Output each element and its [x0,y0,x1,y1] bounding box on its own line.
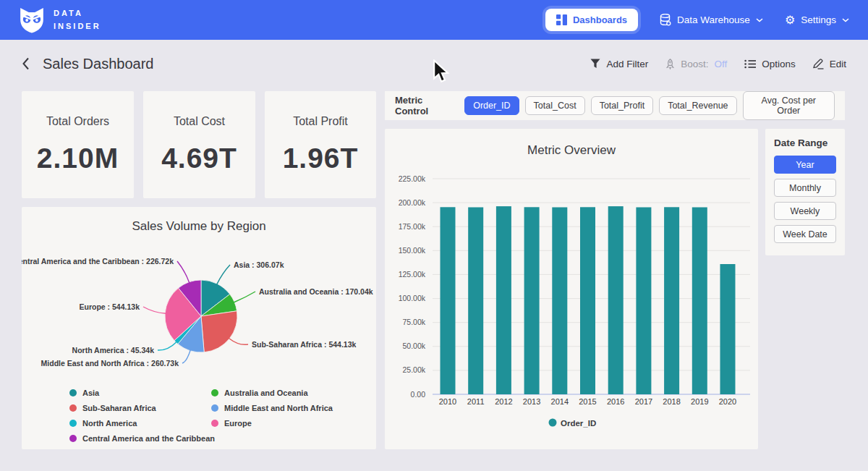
metric-chip-total-revenue[interactable]: Total_Revenue [659,96,736,115]
bar-2016[interactable] [608,206,624,394]
grid-layout-icon [556,14,567,25]
add-filter-button[interactable]: Add Filter [590,59,648,69]
bar-2018[interactable] [664,207,679,394]
legend-item[interactable]: Central America and the Caribbean [69,430,194,446]
legend-dot [69,435,77,442]
pie-leader-line [158,341,176,350]
date-range-weekly-button[interactable]: Weekly [774,202,836,220]
legend-label: Sub-Saharan Africa [82,404,156,412]
date-range-panel: Date Range Year Monthly Weekly Week Date [765,129,845,255]
kpi-card-total-cost: Total Cost 4.69T [143,91,255,198]
pie-leader-line [234,292,255,302]
add-filter-label: Add Filter [606,59,648,69]
kpi-value: 4.69T [161,143,237,174]
metric-chip-total-cost[interactable]: Total_Cost [525,96,585,115]
metric-chip-avg-cost-per-order[interactable]: Avg. Cost per Order [743,91,835,120]
pie-slice-label: Central America and the Caribbean : 226.… [22,257,174,266]
boost-toggle[interactable]: Boost: Off [665,59,727,69]
data-warehouse-menu[interactable]: Data Warehouse [660,14,763,26]
dashboards-button[interactable]: Dashboards [545,9,638,31]
legend-dot [69,389,77,396]
chevron-down-icon [756,18,763,22]
chevron-left-icon [22,57,30,70]
legend-label: Middle East and North Africa [224,404,333,412]
metric-chip-total-profit[interactable]: Total_Profit [591,96,654,115]
y-tick-label: 100.00k [399,294,426,302]
bar-2019[interactable] [692,208,707,395]
legend-item[interactable]: Asia [69,385,194,400]
x-tick-label: 2018 [663,397,680,406]
pie-chart-title: Sales Volume by Region [22,207,376,234]
x-tick-label: 2014 [551,397,569,406]
bar-chart-title: Metric Overview [385,129,758,158]
legend-item[interactable]: Australia and Oceania [211,385,333,400]
bar-2017[interactable] [636,208,651,395]
owl-logo-icon [19,7,45,34]
x-tick-label: 2015 [579,397,596,406]
pie-slice-label: Sub-Saharan Africa : 544.13k [252,340,356,349]
date-range-monthly-button[interactable]: Monthly [774,179,836,197]
bar-chart: 0.0025.00k50.00k75.00k100.00k125.00k150.… [385,158,758,440]
bar-2014[interactable] [552,208,567,395]
pie-leader-line [143,307,166,313]
pie-slice-label: North America : 45.34k [72,346,155,355]
pie-legend: AsiaSub-Saharan AfricaNorth AmericaCentr… [69,385,333,446]
pie-slice-label: Middle East and North Africa : 260.73k [41,359,179,368]
legend-dot [211,389,218,396]
legend-item[interactable]: Middle East and North Africa [211,400,333,415]
settings-label: Settings [801,14,836,25]
bar-2012[interactable] [496,206,511,394]
x-tick-label: 2010 [439,397,456,406]
dashboards-label: Dashboards [573,14,627,25]
pie-chart: Asia : 306.07kAustralia and Oceania : 17… [22,240,376,385]
pie-slice[interactable] [201,311,237,352]
legend-label: North America [82,419,137,428]
date-range-label: Date Range [774,137,836,148]
y-tick-label: 25.00k [402,365,425,374]
y-tick-label: 125.00k [399,270,426,279]
bar-2010[interactable] [441,207,456,394]
legend-dot [211,420,218,427]
date-range-week-date-button[interactable]: Week Date [774,225,836,243]
bar-2013[interactable] [524,207,540,394]
database-search-icon [660,14,671,26]
brand-name: DATA INSIDER [54,7,101,32]
back-button[interactable] [22,57,30,70]
data-warehouse-label: Data Warehouse [677,14,750,25]
legend-item[interactable]: North America [69,415,194,430]
legend-label: Asia [82,389,99,397]
y-tick-label: 75.00k [402,318,425,326]
bar-2015[interactable] [580,207,595,394]
y-tick-label: 175.00k [399,222,426,231]
bar-2011[interactable] [468,208,483,395]
x-tick-label: 2012 [495,397,512,406]
settings-menu[interactable]: ⚙ Settings [785,14,849,26]
date-range-year-button[interactable]: Year [774,156,836,174]
edit-button[interactable]: Edit [813,59,846,69]
pie-slice-label: Europe : 544.13k [80,302,140,311]
kpi-card-total-orders: Total Orders 2.10M [22,91,134,198]
edit-label: Edit [830,59,846,69]
metric-chip-order-id[interactable]: Order_ID [464,96,519,115]
legend-item[interactable]: Sub-Saharan Africa [69,400,194,415]
brand-logo[interactable]: DATA INSIDER [19,7,101,34]
legend-item[interactable]: Europe [211,415,333,430]
gear-icon: ⚙ [785,14,795,26]
chevron-down-icon [842,18,849,22]
options-button[interactable]: Options [744,59,796,69]
options-label: Options [762,59,796,69]
metric-control-label: Metric Control [395,95,454,116]
legend-dot [69,420,77,427]
legend-label: Central America and the Caribbean [82,434,215,443]
bar-2020[interactable] [720,264,736,394]
legend-label: Australia and Oceania [224,389,308,397]
rocket-icon [665,59,675,69]
pencil-icon [813,59,824,69]
pie-chart-card: Sales Volume by Region Asia : 306.07kAus… [22,207,376,449]
kpi-label: Total Orders [46,115,109,128]
metric-control-bar: Metric Control Order_ID Total_Cost Total… [385,91,845,120]
bar-legend-label: Order_ID [561,419,596,428]
mouse-cursor [433,59,451,84]
legend-dot [211,404,218,412]
kpi-value: 1.96T [283,143,359,174]
